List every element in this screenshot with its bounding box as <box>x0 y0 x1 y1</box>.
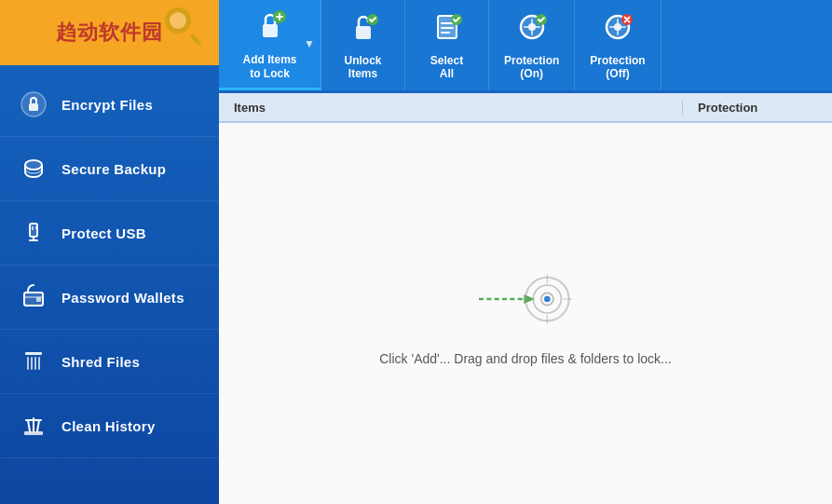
sidebar-item-shred-files-label: Shred Files <box>61 354 140 370</box>
protection-on-label: Protection(On) <box>504 54 559 81</box>
svg-rect-7 <box>36 297 41 302</box>
column-protection: Protection <box>683 101 832 115</box>
protect-usb-icon <box>19 218 48 248</box>
svg-rect-14 <box>263 24 278 37</box>
content-area: Items Protection <box>219 93 832 504</box>
svg-rect-8 <box>25 352 42 355</box>
sidebar-item-protect-usb[interactable]: Protect USB <box>0 201 219 266</box>
empty-state: Click 'Add'... Drag and drop files & fol… <box>219 123 832 504</box>
sidebar-item-encrypt-files-label: Encrypt Files <box>61 97 153 113</box>
table-header: Items Protection <box>219 93 832 123</box>
dropdown-arrow-icon: ▼ <box>304 37 315 50</box>
sidebar-nav: Encrypt Files Secure Backup <box>0 65 219 504</box>
sidebar-item-protect-usb-label: Protect USB <box>61 225 146 241</box>
sidebar-item-encrypt-files[interactable]: Encrypt Files <box>0 73 219 137</box>
logo-text: 趋动软件园 <box>56 19 163 47</box>
svg-rect-9 <box>27 357 29 370</box>
svg-point-2 <box>25 160 42 170</box>
sidebar-item-secure-backup-label: Secure Backup <box>61 161 166 177</box>
password-wallets-icon <box>19 282 48 312</box>
toolbar: Add Items to Lock ▼ UnlockItems <box>219 0 832 93</box>
logo-magnifier-icon <box>165 7 202 45</box>
svg-point-21 <box>528 23 536 31</box>
add-items-to-lock-label: Add Items to Lock <box>242 53 296 80</box>
column-items: Items <box>219 101 683 115</box>
add-items-to-lock-button[interactable]: Add Items to Lock ▼ <box>219 0 321 90</box>
protection-off-icon <box>601 10 634 50</box>
secure-backup-icon <box>19 154 48 184</box>
svg-point-31 <box>544 295 551 302</box>
protection-on-icon <box>515 10 549 50</box>
select-all-label: SelectAll <box>430 54 463 81</box>
main-content: Add Items to Lock ▼ UnlockItems <box>219 0 832 504</box>
svg-rect-12 <box>38 357 40 370</box>
sidebar-item-secure-backup[interactable]: Secure Backup <box>0 137 219 201</box>
protection-off-label: Protection(Off) <box>590 54 645 81</box>
svg-point-24 <box>614 23 621 31</box>
unlock-items-icon <box>347 10 380 50</box>
select-all-icon <box>430 10 464 50</box>
shred-files-icon <box>19 347 48 376</box>
svg-rect-16 <box>356 26 371 39</box>
svg-rect-5 <box>35 226 37 229</box>
svg-rect-4 <box>32 226 34 230</box>
sidebar-item-password-wallets[interactable]: Password Wallets <box>0 266 219 330</box>
sidebar-item-clean-history-label: Clean History <box>61 418 156 434</box>
svg-rect-10 <box>31 357 33 370</box>
sidebar-item-clean-history[interactable]: Clean History <box>0 394 219 458</box>
protection-on-button[interactable]: Protection(On) <box>489 0 575 90</box>
target-icon <box>479 262 572 336</box>
logo-area: 趋动软件园 <box>0 0 219 65</box>
sidebar-item-password-wallets-label: Password Wallets <box>61 290 184 306</box>
add-items-lock-icon <box>252 7 288 49</box>
clean-history-icon <box>19 411 48 441</box>
svg-rect-1 <box>29 103 38 111</box>
unlock-items-label: UnlockItems <box>344 54 381 81</box>
sidebar-item-shred-files[interactable]: Shred Files <box>0 330 219 394</box>
select-all-button[interactable]: SelectAll <box>405 0 489 90</box>
encrypt-files-icon <box>19 89 48 119</box>
sidebar: 趋动软件园 Encrypt Files <box>0 0 219 504</box>
unlock-items-button[interactable]: UnlockItems <box>321 0 405 90</box>
svg-rect-11 <box>34 357 36 370</box>
empty-hint-text: Click 'Add'... Drag and drop files & fol… <box>379 351 671 366</box>
protection-off-button[interactable]: Protection(Off) <box>575 0 661 90</box>
